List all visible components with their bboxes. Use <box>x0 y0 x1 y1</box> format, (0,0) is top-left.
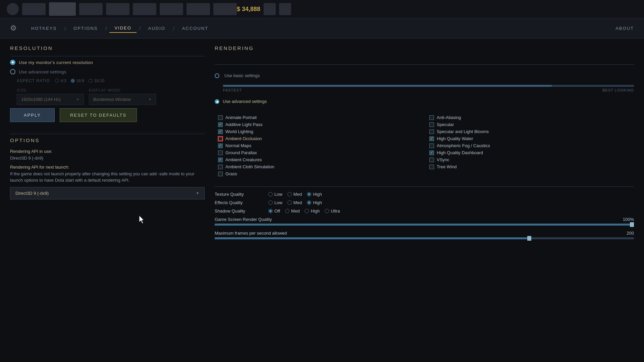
checkbox-grass-box[interactable] <box>218 172 223 176</box>
nav-hotkeys[interactable]: HOTKEYS <box>26 24 62 33</box>
checkbox-additive-light-box[interactable] <box>218 122 223 127</box>
checkbox-world-lighting[interactable]: World Lighting <box>218 129 423 134</box>
checkbox-vsync[interactable]: VSync <box>429 157 634 162</box>
checkbox-tree-wind-box[interactable] <box>429 165 434 169</box>
checkbox-world-lighting-box[interactable] <box>218 129 223 134</box>
checkbox-hq-dashboard-box[interactable] <box>429 150 434 155</box>
checkbox-ground-parallax[interactable]: Ground Parallax <box>218 150 423 155</box>
shadow-high-radio[interactable] <box>305 209 309 213</box>
aspect-ratio-label: Aspect Ratio <box>17 78 50 83</box>
max-fps-thumb[interactable] <box>527 236 531 241</box>
texture-med-option[interactable]: Med <box>287 192 302 197</box>
checkbox-anti-aliasing[interactable]: Anti-Aliasing <box>429 115 634 120</box>
checkbox-normal-maps-box[interactable] <box>218 143 223 148</box>
texture-high-label: High <box>313 192 322 197</box>
checkbox-atm-fog-box[interactable] <box>429 143 434 148</box>
checkbox-specular[interactable]: Specular <box>429 122 634 127</box>
checkbox-additive-light[interactable]: Additive Light Pass <box>218 122 423 127</box>
checkbox-ground-parallax-box[interactable] <box>218 150 223 155</box>
divider1 <box>10 56 205 56</box>
effects-med-radio[interactable] <box>287 200 292 205</box>
checkbox-cloth-sim-box[interactable] <box>218 165 223 169</box>
shadow-off-option[interactable]: Off <box>268 208 280 214</box>
aspect-43-radio[interactable] <box>55 79 59 83</box>
nav-video[interactable]: VIDEO <box>109 24 136 33</box>
checkbox-specular-blooms[interactable]: Specular and Light Blooms <box>429 129 634 134</box>
api-dropdown-value: Direct3D 9 (-dx9) <box>15 191 49 196</box>
aspect-1610-option[interactable]: 16:10 <box>89 78 104 83</box>
aspect-43-option[interactable]: 4:3 <box>55 78 66 83</box>
aspect-1610-radio[interactable] <box>89 79 93 83</box>
reset-button[interactable]: RESET TO DEFAULTS <box>60 108 137 122</box>
shadow-high-option[interactable]: High <box>305 208 320 214</box>
size-dropdown[interactable]: 644x362 (144 Hz) ▼ <box>17 94 84 105</box>
shadow-med-radio[interactable] <box>285 209 289 213</box>
top-bar-btn1[interactable] <box>264 3 276 15</box>
nav-sep4: / <box>172 26 175 31</box>
texture-low-option[interactable]: Low <box>268 192 282 197</box>
checkbox-ambient-occlusion-label: Ambient Occlusion <box>225 136 262 141</box>
checkbox-normal-maps-label: Normal Maps <box>225 143 251 148</box>
size-display-row: Size: 644x362 (144 Hz) ▼ Display Mode:… <box>17 88 205 105</box>
effects-low-radio[interactable] <box>268 200 273 205</box>
radio-monitor-current[interactable]: Use my monitor's current resolution <box>10 60 205 65</box>
checkbox-tree-wind[interactable]: Tree Wind <box>429 164 634 169</box>
left-panel: RESOLUTION Use my monitor's current reso… <box>10 45 205 355</box>
checkbox-grass[interactable]: Grass <box>218 171 423 176</box>
checkbox-animate-portrait-box[interactable] <box>218 115 223 120</box>
texture-low-radio[interactable] <box>268 192 273 196</box>
nav-about[interactable]: ABOUT <box>615 26 634 31</box>
radio-advanced-input[interactable] <box>10 69 15 74</box>
checkbox-atm-fog[interactable]: Atmospheric Fog / Caustics <box>429 143 634 148</box>
checkbox-vsync-box[interactable] <box>429 158 434 162</box>
texture-med-radio[interactable] <box>287 192 292 196</box>
top-bar-label6 <box>213 3 237 15</box>
nav-options[interactable]: OPTIONS <box>68 24 103 33</box>
shadow-ultra-radio[interactable] <box>325 209 329 213</box>
effects-high-radio[interactable] <box>307 200 311 205</box>
shadow-off-radio[interactable] <box>268 209 273 213</box>
basic-radio[interactable] <box>215 73 219 78</box>
aspect-169-option[interactable]: 16:9 <box>71 78 84 83</box>
checkbox-specular-blooms-box[interactable] <box>429 129 434 134</box>
gold-amount: $ 34,888 <box>237 6 260 13</box>
nav-audio[interactable]: AUDIO <box>143 24 170 33</box>
max-fps-slider[interactable] <box>215 237 634 239</box>
texture-high-radio[interactable] <box>307 192 311 196</box>
radio-advanced[interactable]: Use advanced settings <box>10 69 205 74</box>
game-screen-slider[interactable] <box>215 224 634 226</box>
basic-slider-track[interactable] <box>223 85 634 87</box>
texture-quality-options: Low Med High <box>268 192 322 197</box>
checkbox-normal-maps[interactable]: Normal Maps <box>218 143 423 148</box>
game-screen-slider-thumb[interactable] <box>630 222 634 227</box>
shadow-med-label: Med <box>291 208 300 214</box>
checkbox-ambient-occlusion[interactable]: Ambient Occlusion <box>218 136 423 141</box>
effects-high-option[interactable]: High <box>307 200 322 205</box>
aspect-43-label: 4:3 <box>61 78 66 83</box>
checkbox-ambient-occlusion-box[interactable] <box>218 136 223 141</box>
checkbox-ambient-creatures-box[interactable] <box>218 158 223 162</box>
radio-monitor-current-input[interactable] <box>10 60 15 65</box>
display-mode-dropdown[interactable]: Borderless Window ▼ <box>89 94 156 105</box>
texture-high-option[interactable]: High <box>307 192 322 197</box>
checkbox-animate-portrait[interactable]: Animate Portrait <box>218 115 423 120</box>
nav-account[interactable]: ACCOUNT <box>177 24 213 33</box>
checkbox-anti-aliasing-box[interactable] <box>429 115 434 120</box>
checkbox-hq-water[interactable]: High Quality Water <box>429 136 634 141</box>
effects-med-option[interactable]: Med <box>287 200 302 205</box>
checkbox-ambient-creatures[interactable]: Ambient Creatures <box>218 157 423 162</box>
checkbox-specular-box[interactable] <box>429 122 434 127</box>
top-bar-btn2[interactable] <box>279 3 291 15</box>
checkbox-hq-water-box[interactable] <box>429 136 434 141</box>
api-dropdown[interactable]: Direct3D 9 (-dx9) ▼ <box>10 187 205 199</box>
checkbox-hq-dashboard[interactable]: High Quality Dashboard <box>429 150 634 155</box>
apply-button[interactable]: APPLY <box>10 108 55 122</box>
top-bar-label2 <box>106 3 129 15</box>
advanced-radio[interactable] <box>215 99 219 104</box>
effects-low-option[interactable]: Low <box>268 200 282 205</box>
shadow-ultra-option[interactable]: Ultra <box>325 208 340 214</box>
shadow-med-option[interactable]: Med <box>285 208 300 214</box>
checkbox-ground-parallax-label: Ground Parallax <box>225 150 257 155</box>
checkbox-cloth-sim[interactable]: Ambient Cloth Simulation <box>218 164 423 169</box>
aspect-169-radio[interactable] <box>71 79 75 83</box>
